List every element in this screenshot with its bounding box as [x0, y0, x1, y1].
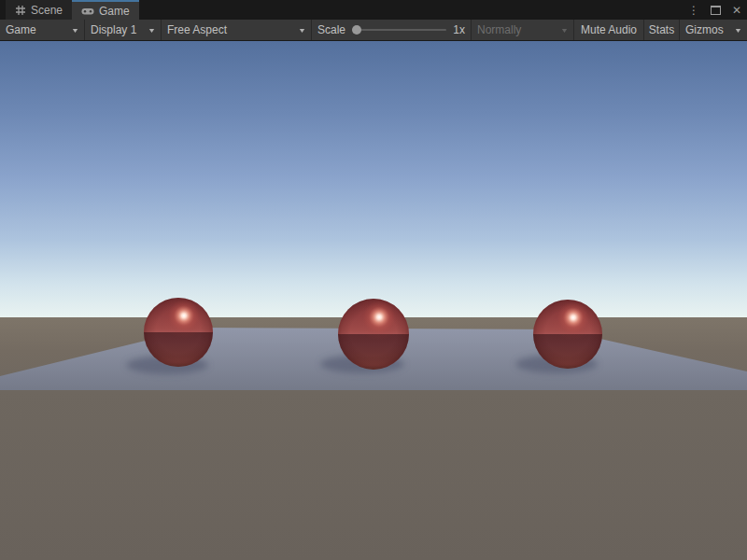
skybox: [0, 41, 747, 317]
scale-slider-knob[interactable]: [352, 25, 361, 35]
stats-button[interactable]: Stats: [644, 20, 680, 40]
chevron-down-icon: ▼: [71, 27, 79, 34]
aspect-ratio-label: Free Aspect: [167, 23, 227, 36]
chevron-down-icon: ▼: [560, 27, 569, 34]
scale-slider-track[interactable]: [352, 29, 446, 31]
unity-game-window: Scene Game ⋮ ✕ Game ▼ Display 1 ▼: [0, 0, 747, 560]
gizmos-label: Gizmos: [685, 23, 724, 36]
tab-bar: Scene Game ⋮ ✕: [0, 0, 747, 20]
sphere-specular-highlight: [338, 299, 409, 370]
game-viewport[interactable]: [0, 41, 747, 560]
chevron-down-icon: ▼: [298, 27, 306, 34]
window-controls: ⋮ ✕: [686, 0, 743, 20]
gamepad-icon: [81, 6, 94, 17]
scale-label: Scale: [317, 23, 345, 36]
display-dropdown[interactable]: Display 1 ▼: [85, 20, 162, 40]
tab-scene-label: Scene: [31, 4, 63, 17]
sphere-specular-highlight: [533, 300, 602, 369]
mute-audio-button[interactable]: Mute Audio: [574, 20, 644, 40]
close-icon[interactable]: ✕: [730, 4, 743, 17]
chevron-down-icon: ▼: [734, 27, 742, 34]
chevron-down-icon: ▼: [148, 27, 156, 34]
kebab-menu-icon[interactable]: ⋮: [686, 4, 701, 17]
aspect-ratio-dropdown[interactable]: Free Aspect ▼: [162, 20, 312, 40]
scale-control: Scale 1x: [312, 20, 472, 40]
game-view-dropdown[interactable]: Game ▼: [0, 20, 85, 40]
rendered-scene: [0, 41, 747, 560]
game-view-dropdown-label: Game: [6, 23, 36, 36]
maximize-on-play-dropdown[interactable]: Normally ▼: [472, 20, 574, 40]
scale-value: 1x: [453, 23, 465, 36]
tab-game-label: Game: [99, 5, 130, 18]
grid-icon: [15, 5, 26, 16]
sphere-specular-highlight: [144, 298, 213, 367]
game-view-toolbar: Game ▼ Display 1 ▼ Free Aspect ▼ Scale 1…: [0, 20, 747, 41]
scale-slider[interactable]: [352, 20, 446, 40]
tab-game[interactable]: Game: [72, 0, 139, 20]
tab-scene[interactable]: Scene: [6, 0, 72, 20]
maximize-icon[interactable]: [711, 6, 721, 15]
display-dropdown-label: Display 1: [91, 23, 136, 36]
gizmos-dropdown[interactable]: Gizmos ▼: [680, 20, 747, 40]
stats-label: Stats: [649, 23, 674, 36]
maximize-on-play-label: Normally: [477, 23, 521, 36]
mute-audio-label: Mute Audio: [581, 23, 637, 36]
